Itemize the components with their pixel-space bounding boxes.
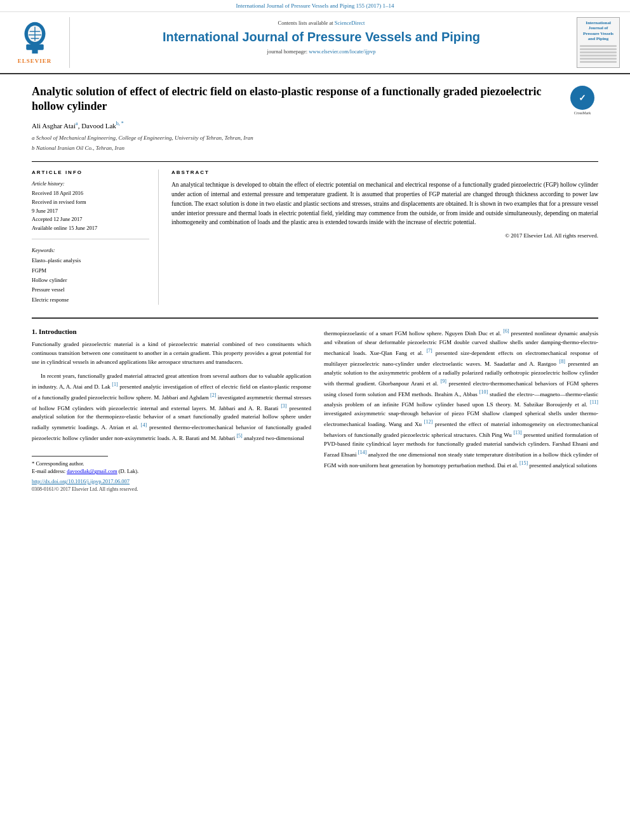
section-name: Introduction: [39, 328, 77, 335]
keyword-3: Hollow cylinder: [32, 276, 149, 285]
ref-10[interactable]: [10]: [479, 389, 488, 395]
accepted-date: Accepted 12 June 2017: [32, 215, 149, 224]
journal-title-area: Contents lists available at ScienceDirec…: [70, 17, 573, 68]
footnote-email: E-mail address: davoodlak@gmail.com (D. …: [32, 468, 311, 474]
available-date: Available online 15 June 2017: [32, 224, 149, 233]
keywords-label: Keywords:: [32, 247, 149, 253]
abstract-text: An analytical technique is developed to …: [171, 180, 598, 227]
ref-7[interactable]: [7]: [426, 348, 432, 354]
affiliation-a: a School of Mechanical Engineering, Coll…: [32, 134, 598, 143]
ref-8[interactable]: [8]: [560, 359, 565, 364]
author2-sup: b, *: [116, 121, 124, 126]
introduction-section: 1. Introduction Functionally graded piez…: [32, 328, 598, 492]
elsevier-tree-icon: [13, 21, 57, 56]
elsevier-logo: ELSEVIER: [6, 17, 70, 68]
intro-right-body: thermopiezoelastic of a smart FGM hollow…: [324, 328, 598, 470]
issn-note: 0308-0161/© 2017 Elsevier Ltd. All right…: [32, 486, 311, 492]
ref-12[interactable]: [12]: [424, 419, 432, 425]
revised-date: 9 June 2017: [32, 207, 149, 216]
doi-link[interactable]: http://dx.doi.org/10.1016/j.ijpvp.2017.0…: [32, 478, 311, 484]
article-info-header: ARTICLE INFO: [32, 170, 149, 175]
copyright-line: © 2017 Elsevier Ltd. All rights reserved…: [171, 232, 598, 239]
crossmark-badge[interactable]: ✓ CrossMark: [566, 84, 598, 116]
main-content: Analytic solution of effect of electric …: [0, 74, 630, 502]
thumb-lines: [580, 44, 617, 64]
ref-2[interactable]: [2]: [210, 392, 216, 398]
section-number: 1.: [32, 328, 37, 335]
ref-6[interactable]: [6]: [503, 328, 509, 334]
article-info-abstract: ARTICLE INFO Article history: Received 1…: [32, 161, 598, 304]
intro-para-1: Functionally graded piezoelectric materi…: [32, 340, 311, 367]
article-title: Analytic solution of effect of electric …: [32, 84, 598, 114]
ref-5[interactable]: [5]: [236, 433, 242, 439]
elsevier-name: ELSEVIER: [18, 58, 52, 64]
homepage-link[interactable]: www.elsevier.com/locate/ijpvp: [309, 48, 375, 55]
intro-left-body: Functionally graded piezoelectric materi…: [32, 340, 311, 443]
affiliations: a School of Mechanical Engineering, Coll…: [32, 134, 598, 152]
intro-right-para-1: thermopiezoelastic of a smart FGM hollow…: [324, 328, 598, 470]
ref-14[interactable]: [14]: [358, 450, 366, 455]
ref-11[interactable]: [11]: [590, 399, 598, 405]
journal-thumbnail: International Journal of Pressure Vessel…: [573, 17, 624, 68]
article-history: Article history: Received 18 April 2016 …: [32, 180, 149, 239]
ref-9[interactable]: [9]: [441, 378, 446, 384]
revised-label: Received in revised form: [32, 198, 149, 207]
history-label: Article history:: [32, 180, 149, 187]
keyword-5: Electric response: [32, 295, 149, 305]
article-info-column: ARTICLE INFO Article history: Received 1…: [32, 170, 159, 304]
intro-right-column: thermopiezoelastic of a smart FGM hollow…: [324, 328, 598, 492]
footnote-corresponding: * Corresponding author.: [32, 460, 311, 467]
contents-available: Contents lists available at ScienceDirec…: [83, 20, 560, 26]
ref-4[interactable]: [4]: [141, 422, 147, 428]
abstract-column: ABSTRACT An analytical technique is deve…: [171, 170, 598, 304]
crossmark-icon: ✓: [570, 86, 594, 110]
journal-homepage: journal homepage: www.elsevier.com/locat…: [83, 48, 560, 55]
affiliation-b: b National Iranian Oil Co., Tehran, Iran: [32, 144, 598, 153]
ref-15[interactable]: [15]: [519, 460, 528, 466]
journal-header: ELSEVIER Contents lists available at Sci…: [0, 12, 630, 74]
intro-left-column: 1. Introduction Functionally graded piez…: [32, 328, 311, 492]
keyword-4: Pressure vessel: [32, 285, 149, 295]
thumb-box: International Journal of Pressure Vessel…: [577, 17, 620, 68]
footnote-email-link[interactable]: davoodlak@gmail.com: [67, 468, 117, 474]
authors-line: Ali Asghar Ataia, Davood Lakb, *: [32, 121, 598, 130]
footnote-area: * Corresponding author. E-mail address: …: [32, 456, 311, 492]
journal-main-title: International Journal of Pressure Vessel…: [83, 30, 560, 44]
crossmark-label: CrossMark: [574, 111, 591, 115]
intro-section-title: 1. Introduction: [32, 328, 311, 335]
thumb-title: International Journal of Pressure Vessel…: [580, 20, 617, 42]
ref-1[interactable]: [1]: [112, 382, 117, 387]
ref-13[interactable]: [13]: [513, 430, 521, 436]
author1-name: Ali Asghar Atai: [32, 121, 76, 129]
banner-text: International Journal of Pressure Vessel…: [236, 3, 394, 9]
section-divider: [32, 317, 598, 319]
journal-banner: International Journal of Pressure Vessel…: [0, 0, 630, 12]
received-date: Received 18 April 2016: [32, 189, 149, 198]
ref-3[interactable]: [3]: [281, 403, 286, 409]
abstract-header: ABSTRACT: [171, 170, 598, 175]
keywords-section: Keywords: Elasto–plastic analysis FGPM H…: [32, 247, 149, 304]
sciencedirect-link[interactable]: ScienceDirect: [335, 20, 365, 26]
keyword-1: Elasto–plastic analysis: [32, 256, 149, 265]
author2-name: , Davood Lak: [78, 121, 116, 129]
footnote-divider: [32, 456, 108, 457]
intro-para-2: In recent years, functionally graded mat…: [32, 372, 311, 444]
keyword-2: FGPM: [32, 266, 149, 276]
